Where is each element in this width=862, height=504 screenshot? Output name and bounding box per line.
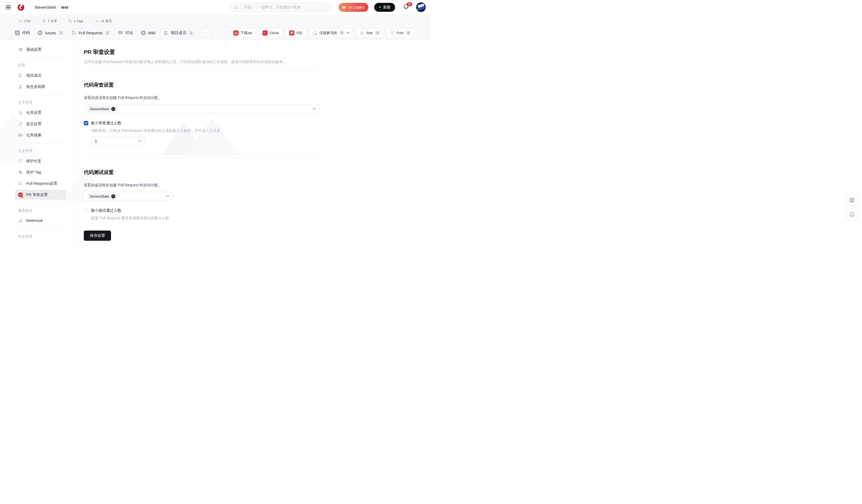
star-icon	[360, 31, 364, 35]
tab-wiki[interactable]: W Wiki	[141, 30, 155, 35]
commit-icon	[95, 19, 99, 23]
stat-language-label: CSV	[24, 19, 31, 23]
divider	[84, 158, 319, 158]
min-test-checkbox[interactable]	[84, 208, 88, 213]
sidebar-item-repo-settings[interactable]: 仓库设置	[15, 108, 66, 118]
fork-button[interactable]: Fork 0	[387, 28, 415, 37]
more-tabs-button[interactable]: ···	[201, 29, 210, 37]
remove-reviewer-icon[interactable]: ✕	[111, 107, 115, 111]
repo-stats: CSV 2 分支 1 Tags 11 提交	[15, 17, 415, 25]
tab-members[interactable]: 项目成员 1	[164, 30, 194, 35]
sidebar-group-permissions: 权限 项目成员 角色及权限	[15, 58, 66, 95]
plus-icon: +	[379, 5, 381, 10]
sidebar-item-label: Pull Requests设置	[26, 181, 57, 186]
breadcrumb: StevenStark / test	[35, 5, 68, 10]
search-icon	[234, 5, 238, 10]
issues-count-badge: 2	[58, 31, 64, 35]
reviewer-chip: StevenStark ✕	[88, 106, 118, 112]
sidebar-item-pr-review-settings[interactable]: <> PR 审查设置	[15, 190, 66, 200]
repo-info-bar: CSV 2 分支 1 Tags 11 提交 代码 Issues 2	[0, 14, 431, 40]
tab-code[interactable]: 代码	[15, 30, 30, 35]
min-test-checkbox-label[interactable]: 最小测试通过人数	[91, 208, 121, 213]
min-test-checkbox-row: 最小测试通过人数	[84, 208, 431, 213]
pull-request-icon	[18, 181, 23, 186]
top-header: StevenStark / test AI Copilot + 新建 11	[0, 0, 431, 14]
gear-icon	[18, 47, 23, 52]
sidebar-item-basic-settings[interactable]: 基础设置	[15, 44, 66, 54]
sidebar-item-commit-settings[interactable]: 提交设置	[15, 119, 66, 129]
star-count-badge: 0	[375, 31, 380, 35]
chevron-down-icon	[138, 140, 141, 142]
min-review-count-value: 1	[95, 139, 97, 144]
tab-issues-label: Issues	[45, 31, 56, 35]
min-review-count-select[interactable]: 1	[91, 137, 145, 146]
page-description: 允许在创建 Pull Request 时自动分配审查人员和测试人员，可以简化团队…	[84, 59, 431, 64]
stat-branches[interactable]: 2 分支	[39, 17, 61, 25]
ide-label: IDE	[297, 31, 302, 35]
sidebar-item-protected-branches[interactable]: 保护分支	[15, 156, 66, 166]
save-settings-button[interactable]: 保存设置	[84, 230, 111, 241]
download-zip-button[interactable]: 下载zip	[230, 28, 256, 37]
tester-chip-label: StevenStark	[90, 195, 109, 198]
sidebar-item-mirror[interactable]: 仓库镜像	[15, 130, 66, 140]
pr-review-settings-page: PR 审查设置 允许在创建 Pull Request 时自动分配审查人员和测试人…	[75, 40, 431, 252]
notification-count-badge: 11	[407, 2, 412, 6]
tester-select[interactable]: StevenStark ✕	[84, 192, 173, 201]
star-button[interactable]: Star 0	[356, 28, 384, 37]
chevron-down-icon	[313, 108, 316, 110]
ide-button[interactable]: IDE	[285, 28, 306, 37]
sidebar-item-label: WebHook	[26, 218, 43, 223]
chat-bubble-icon	[118, 30, 123, 35]
pull-request-icon	[71, 30, 77, 35]
pr-review-magnifier-icon: <>	[18, 193, 23, 197]
min-test-helper: 设置 Pull Request 要求完成测试通过的最小人数	[91, 216, 431, 221]
svg-text:W: W	[142, 31, 145, 34]
tab-issues[interactable]: Issues 2	[38, 30, 64, 35]
notification-bell[interactable]: 11	[403, 3, 410, 11]
watch-button[interactable]: 仅我参与的 0	[309, 28, 353, 37]
user-avatar[interactable]	[416, 2, 426, 12]
sidebar-item-members[interactable]: 项目成员	[15, 70, 66, 80]
star-label: Star	[366, 31, 373, 35]
min-review-checkbox[interactable]	[84, 121, 88, 125]
sidebar-group-repo: 仓库管理 仓库设置 提交设置 仓库镜像	[15, 95, 66, 143]
ruler-icon	[18, 121, 23, 126]
reviewer-select[interactable]: StevenStark ✕	[84, 104, 319, 113]
sidebar-item-webhook[interactable]: WebHook	[15, 216, 66, 226]
stat-commits[interactable]: 11 提交	[91, 17, 116, 25]
ai-copilot-button[interactable]: AI Copilot	[339, 3, 368, 12]
breadcrumb-repo[interactable]: test	[61, 5, 68, 10]
sidebar-item-pr-settings[interactable]: Pull Requests设置	[15, 178, 66, 188]
menu-icon[interactable]	[6, 4, 13, 11]
members-icon	[164, 31, 169, 35]
sidebar-section-header: 权限	[15, 60, 66, 70]
stat-language[interactable]: CSV	[15, 17, 35, 25]
stat-tags[interactable]: 1 Tags	[65, 17, 87, 25]
webhook-icon	[18, 218, 23, 223]
page-title: PR 审查设置	[84, 49, 431, 56]
tab-members-label: 项目成员	[171, 30, 186, 35]
sidebar-item-roles[interactable]: 角色及权限	[15, 82, 66, 92]
sidebar-item-protected-tags[interactable]: 保护 Tag	[15, 167, 66, 177]
terminal-icon: >_	[262, 30, 267, 36]
breadcrumb-owner[interactable]: StevenStark	[35, 5, 56, 10]
ide-icon	[289, 30, 294, 36]
tag-icon	[68, 19, 72, 23]
remove-tester-icon[interactable]: ✕	[111, 195, 115, 198]
issues-icon	[38, 30, 43, 35]
fork-icon	[390, 31, 394, 35]
gitee-logo-icon[interactable]	[17, 3, 25, 12]
tab-pull-requests[interactable]: Pull Requests 1	[71, 30, 110, 35]
min-review-checkbox-label[interactable]: 最小审查通过人数	[91, 121, 121, 125]
new-button[interactable]: + 新建	[374, 3, 395, 12]
clone-button[interactable]: >_ Clone	[259, 28, 283, 37]
repo-tabs: 代码 Issues 2 Pull Requests 1 讨论 W Wiki	[15, 30, 194, 35]
search-bar[interactable]	[230, 3, 331, 12]
members-count-badge: 1	[188, 31, 194, 35]
sidebar-section-header: 分支管理	[15, 146, 66, 156]
settings-sidebar: 基础设置 权限 项目成员 角色及权限 仓库管理 仓库设置 提交设置	[0, 40, 75, 252]
tab-discussion[interactable]: 讨论	[118, 30, 133, 35]
person-role-icon	[18, 84, 23, 89]
tab-wiki-label: Wiki	[148, 31, 155, 35]
search-input[interactable]	[240, 5, 327, 9]
